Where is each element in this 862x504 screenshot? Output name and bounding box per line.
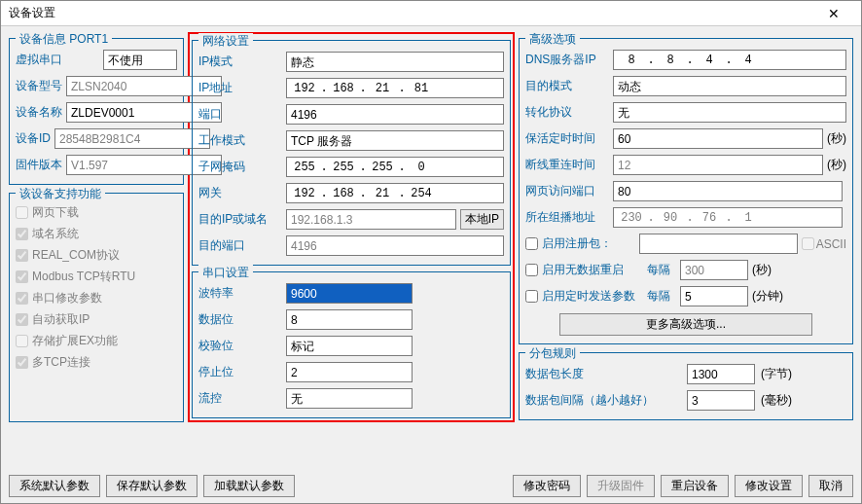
timed-checkbox[interactable] (525, 290, 538, 303)
port-field[interactable] (286, 104, 504, 125)
reboot-button[interactable]: 重启设备 (661, 475, 729, 497)
packet-gap-label: 数据包间隔（越小越好） (525, 392, 681, 409)
device-name-label: 设备名称 (16, 104, 62, 121)
proto-select[interactable]: 无 (613, 102, 846, 123)
keepalive-field[interactable] (613, 128, 823, 149)
device-info-group: 设备信息 PORT1 虚拟串口 不使用 设备型号 设备名称 设备ID (9, 38, 184, 185)
feature-checkbox (16, 313, 28, 326)
reconnect-field (613, 155, 823, 175)
virtual-com-label: 虚拟串口 (16, 52, 99, 68)
keepalive-unit: (秒) (827, 130, 846, 147)
timed-unit: (分钟) (752, 288, 783, 305)
sys-default-button[interactable]: 系统默认参数 (9, 475, 100, 497)
feature-checkbox (16, 292, 28, 305)
regpkt-field (639, 234, 798, 254)
close-icon[interactable]: ✕ (814, 2, 853, 25)
feature-checkbox (16, 249, 28, 262)
feature-item: Modbus TCP转RTU (16, 266, 177, 287)
packet-gap-unit: (毫秒) (761, 392, 792, 409)
regpkt-label: 启用注册包： (542, 235, 635, 252)
load-default-button[interactable]: 加载默认参数 (203, 475, 295, 497)
interval-label-2: 每隔 (647, 288, 676, 305)
device-id-field (54, 128, 210, 149)
device-info-legend: 设备信息 PORT1 (16, 31, 112, 48)
stopbits-label: 停止位 (198, 364, 282, 380)
parity-label: 校验位 (198, 338, 282, 354)
netmask-field[interactable]: 255. 255. 255. 0 (286, 157, 504, 177)
ascii-checkbox (802, 237, 814, 250)
nodata-checkbox[interactable] (525, 264, 538, 276)
work-mode-select[interactable]: TCP 服务器 (286, 130, 504, 151)
packet-len-field[interactable] (687, 364, 755, 384)
advanced-group: 高级选项 DNS服务器IP 8. 8. 4. 4 目的模式 动态 转化协议 (519, 38, 853, 344)
netmask-label: 子网掩码 (198, 159, 282, 175)
nodata-unit: (秒) (752, 262, 772, 278)
feature-checkbox (16, 206, 28, 219)
dest-port-label: 目的端口 (198, 237, 282, 254)
feature-item: 存储扩展EX功能 (16, 330, 177, 351)
feature-label: REAL_COM协议 (32, 247, 120, 264)
change-pwd-button[interactable]: 修改密码 (513, 475, 581, 497)
cancel-button[interactable]: 取消 (808, 475, 853, 497)
interval-label: 每隔 (647, 262, 676, 278)
features-legend: 该设备支持功能 (16, 186, 105, 202)
network-legend: 网络设置 (198, 33, 253, 50)
reconnect-label: 断线重连时间 (525, 157, 609, 173)
feature-checkbox (16, 356, 28, 369)
reconnect-unit: (秒) (827, 157, 846, 173)
nodata-label: 启用无数据重启 (542, 262, 643, 278)
feature-item: 自动获取IP (16, 308, 177, 330)
feature-item: 网页下载 (16, 201, 177, 223)
packet-gap-field[interactable] (687, 390, 755, 411)
feature-item: 多TCP连接 (16, 351, 177, 373)
window-title: 设备设置 (9, 5, 55, 21)
dest-ip-label: 目的IP或域名 (198, 211, 282, 228)
baud-select[interactable]: 9600 (286, 283, 413, 304)
feature-label: 存储扩展EX功能 (32, 333, 118, 349)
dest-ip-field (286, 209, 456, 230)
databits-select[interactable]: 8 (286, 309, 413, 330)
ip-mode-select[interactable]: 静态 (286, 52, 504, 72)
more-advanced-button[interactable]: 更多高级选项... (559, 313, 812, 336)
timed-field[interactable] (680, 286, 748, 306)
stopbits-select[interactable]: 2 (286, 362, 413, 382)
flow-label: 流控 (198, 390, 282, 407)
dest-mode-select[interactable]: 动态 (613, 76, 846, 96)
feature-item: 串口修改参数 (16, 287, 177, 308)
dest-port-field (286, 235, 504, 256)
feature-checkbox (16, 270, 28, 283)
nodata-field (680, 260, 748, 280)
dest-mode-label: 目的模式 (525, 78, 609, 94)
packet-group: 分包规则 数据包长度 (字节) 数据包间隔（越小越好） (毫秒) (519, 352, 853, 420)
feature-item: 域名系统 (16, 223, 177, 244)
packet-legend: 分包规则 (525, 345, 580, 362)
gw-label: 网关 (198, 185, 282, 201)
apply-button[interactable]: 修改设置 (735, 475, 803, 497)
gw-field[interactable]: 192. 168. 21. 254 (286, 183, 504, 203)
feature-label: Modbus TCP转RTU (32, 269, 135, 285)
feature-label: 网页下载 (32, 204, 79, 221)
flow-select[interactable]: 无 (286, 388, 413, 409)
virtual-com-select[interactable]: 不使用 (103, 50, 177, 70)
feature-label: 多TCP连接 (32, 354, 90, 371)
packet-len-unit: (字节) (761, 366, 792, 382)
dns-field[interactable]: 8. 8. 4. 4 (613, 50, 846, 70)
baud-label: 波特率 (198, 285, 282, 302)
regpkt-checkbox[interactable] (525, 237, 538, 250)
parity-select[interactable]: 标记 (286, 336, 413, 356)
feature-label: 串口修改参数 (32, 290, 102, 306)
dns-label: DNS服务器IP (525, 52, 609, 68)
work-mode-label: 工作模式 (198, 132, 282, 149)
local-ip-button[interactable]: 本地IP (460, 209, 504, 230)
feature-item: REAL_COM协议 (16, 244, 177, 266)
upgrade-fw-button: 升级固件 (587, 475, 655, 497)
proto-label: 转化协议 (525, 104, 609, 121)
port-label: 端口 (198, 106, 282, 123)
ip-field[interactable]: 192. 168. 21. 81 (286, 78, 504, 98)
ip-label: IP地址 (198, 80, 282, 96)
timed-label: 启用定时发送参数 (542, 288, 643, 305)
save-default-button[interactable]: 保存默认参数 (106, 475, 198, 497)
device-id-label: 设备ID (16, 130, 51, 147)
webport-field[interactable] (613, 181, 843, 201)
feature-checkbox (16, 228, 28, 240)
